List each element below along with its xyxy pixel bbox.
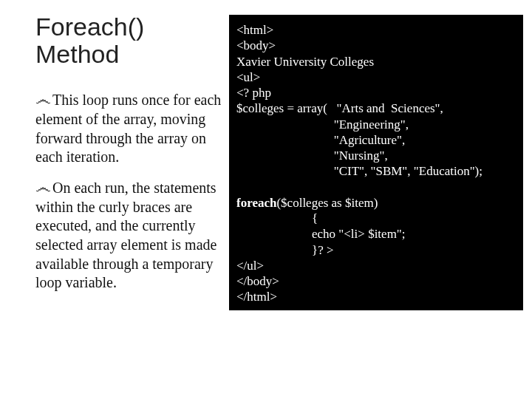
code-line: <body> <box>236 38 276 52</box>
code-line: ($colleges as $item) <box>276 196 378 210</box>
code-line: "Agriculture", <box>236 133 405 147</box>
bullet-text: On each run, the statements within the c… <box>35 180 216 291</box>
code-block: <html> <body> Xavier University Colleges… <box>229 15 523 310</box>
code-line: </html> <box>236 290 277 304</box>
bullet-icon: ෴ <box>35 177 51 198</box>
code-line: "CIT", "SBM", "Education"); <box>236 164 482 178</box>
code-line: "Engineering", <box>236 117 409 132</box>
code-line: Xavier University Colleges <box>236 55 374 69</box>
code-line: echo "<li> $item"; <box>236 227 406 241</box>
bullet-item: ෴This loop runs once for each element of… <box>35 89 228 167</box>
code-keyword-foreach: foreach <box>236 196 276 210</box>
code-line: <ul> <box>236 70 260 84</box>
slide-title: Foreach() Method <box>35 13 228 69</box>
slide: Foreach() Method ෴This loop runs once fo… <box>0 0 532 399</box>
code-line: </body> <box>236 274 279 288</box>
code-line: }? > <box>236 243 334 257</box>
left-column: Foreach() Method ෴This loop runs once fo… <box>35 13 228 303</box>
bullet-text: This loop runs once for each element of … <box>35 92 221 165</box>
code-line: "Nursing", <box>236 149 388 163</box>
code-line: <? php <box>236 86 271 100</box>
code-line: { <box>236 211 318 225</box>
code-line: <html> <box>236 23 273 37</box>
bullet-icon: ෴ <box>35 89 51 110</box>
bullet-item: ෴On each run, the statements within the … <box>35 177 228 293</box>
code-line: </ul> <box>236 259 264 273</box>
code-line: $colleges = array( "Arts and Sciences", <box>236 101 443 115</box>
